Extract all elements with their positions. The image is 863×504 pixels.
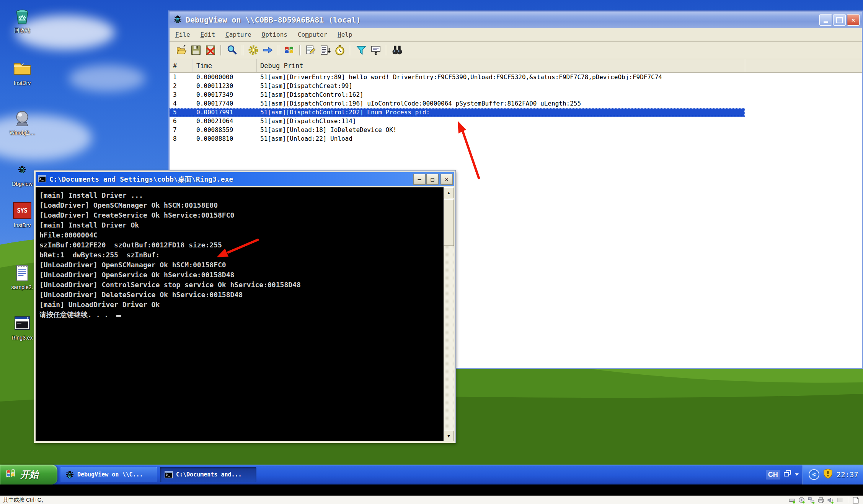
toolbar-depth-button[interactable] [369,43,383,57]
console-line: bRet:1 dwBytes:255 szInBuf: [39,250,442,260]
log-cell-num: 7 [170,126,193,133]
desktop-icon-instdrv[interactable]: InstDrv [2,58,42,86]
strip-printer-icon[interactable] [817,497,824,504]
status-strip: 其中或按 Ctrl+G, [0,496,863,504]
log-cell-time: 0.00017740 [193,100,257,107]
log-row-7[interactable]: 70.0008855951[asm][Unload:18] IoDeleteDe… [170,125,862,134]
log-row-3[interactable]: 30.0001734951[asm][DispatchControl:162] [170,90,862,99]
console-title: C:\Documents and Settings\cobb\桌面\Ring3.… [49,175,413,184]
close-button[interactable]: ✕ [440,174,453,185]
toolbar-save-clear-button[interactable] [203,43,218,57]
log-cell-text: 51[asm][Unload:22] Unload [257,135,352,142]
clock[interactable]: 22:37 [837,470,858,479]
menu-options[interactable]: Options [262,31,287,38]
scroll-up-button[interactable]: ▲ [444,187,454,198]
menu-computer[interactable]: Computer [298,31,327,38]
log-row-2[interactable]: 20.0001123051[asm][DispatchCreat:99] [170,81,862,90]
toolbar-capture-button[interactable] [246,43,261,57]
maximize-button[interactable]: □ [426,174,439,185]
log-row-5[interactable]: 50.0001799151[asm][DispatchControl:202] … [170,108,745,117]
close-icon: ✕ [851,16,855,24]
start-button[interactable]: 开始 [0,465,57,484]
toolbar-time-button[interactable] [333,43,347,57]
console-line: [UnLoadDriver] DeleteService Ok hService… [39,290,442,300]
scroll-down-button[interactable]: ▼ [444,431,454,441]
search-icon [226,44,238,56]
minimize-button[interactable] [819,14,832,26]
strip-separator [848,497,848,503]
console-scrollbar[interactable]: ▲ ▼ [444,187,454,441]
toolbar-autoscroll-button[interactable] [318,43,333,57]
debugview-titlebar[interactable]: DebugView on \\COBB-8D59A6BA81 (local) ✕ [170,11,862,28]
toolbar-save-button[interactable] [189,43,203,57]
menu-file[interactable]: File [175,31,190,38]
log-row-6[interactable]: 60.0002106451[asm][DispatchClose:114] [170,117,862,125]
scroll-track[interactable] [444,246,454,431]
console-line-text: [main] Install Driver Ok [39,221,139,229]
task-label: C:\Documents and... [176,471,242,478]
time-icon [334,44,346,56]
log-cell-text: 51[asm][DispatchControl:196] uIoControlC… [257,100,581,107]
log-row-8[interactable]: 80.0008881051[asm][Unload:22] Unload [170,134,862,143]
log-cell-num: 5 [170,109,193,116]
console-line: hFile:0000004C [39,230,442,240]
toolbar-find-button[interactable] [390,43,405,57]
menu-edit[interactable]: Edit [201,31,215,38]
menu-help[interactable]: Help [338,31,352,38]
minimize-button[interactable]: – [413,174,426,185]
strip-cd-icon[interactable] [798,497,805,504]
log-row-1[interactable]: 10.0000000051[asm][DriverEntry:89] hello… [170,73,862,81]
save-icon [190,44,202,56]
desktop-icon-winobj2[interactable]: Winobj2.... [2,108,42,136]
language-indicator[interactable]: CH [766,470,780,480]
menu-capture[interactable]: Capture [225,31,251,38]
log-cell-text: 51[asm][DispatchControl:202] Enum Proces… [257,109,430,116]
toolbar-filter-button[interactable] [354,43,369,57]
console-line-text: [UnLoadDriver] OpenSCManager Ok hSCM:001… [39,261,226,269]
toolbar-search-button[interactable] [225,43,239,57]
toolbar-passthrough-button[interactable] [261,43,275,57]
status-strip-text: 其中或按 Ctrl+G, [3,497,43,504]
toolbar-global-capture-button[interactable] [282,43,297,57]
strip-drive-icon[interactable] [789,497,796,504]
column-header-time[interactable]: Time [193,59,257,72]
console-output: [main] Install Driver ...[LoadDriver] Op… [36,187,444,441]
taskbar-task-1[interactable]: C:\Documents and... [160,467,256,482]
scroll-thumb[interactable] [444,199,454,246]
taskbar-task-0[interactable]: DebugView on \\C... [60,467,157,482]
column-header-num[interactable]: # [170,59,193,72]
comment-icon [305,44,316,56]
console-line-text: [UnLoadDriver] ControlService stop servi… [39,281,301,289]
cmd-icon [38,174,46,183]
console-line-text: hFile:0000004C [39,231,98,239]
strip-volume-icon[interactable] [827,497,834,504]
console-line-text: [LoadDriver] OpenSCManager Ok hSCM:00158… [39,201,218,209]
hide-icons-chevron[interactable]: < [809,469,819,480]
console-cursor [116,315,121,317]
column-header-debugprint[interactable]: Debug Print [257,59,745,72]
strip-notes-icon[interactable] [852,497,859,504]
toolbar-folder-open-button[interactable] [174,43,189,57]
security-shield-icon[interactable] [823,468,833,481]
log-cell-text: 51[asm][DriverEntry:89] hello word! Driv… [257,73,662,81]
close-button[interactable]: ✕ [847,14,860,26]
desktop-icon-label: 回收站 [2,27,42,33]
log-cell-time: 0.00011230 [193,82,257,89]
debugview-title: DebugView on \\COBB-8D59A6BA81 (local) [186,15,818,24]
log-table-header[interactable]: # Time Debug Print [170,59,862,73]
toolbar-separator [242,45,243,55]
log-row-4[interactable]: 40.0001774051[asm][DispatchControl:196] … [170,99,862,108]
folder-open-icon [176,44,187,56]
toolbar-comment-button[interactable] [303,43,318,57]
console-line: szInBuf:0012FE20 szOutBuf:0012FD18 size:… [39,240,442,250]
appwindow-icon [12,313,33,333]
console-titlebar[interactable]: C:\Documents and Settings\cobb\桌面\Ring3.… [36,172,454,186]
language-options-caret[interactable] [795,473,799,476]
strip-dim-icon[interactable] [837,497,843,504]
log-cell-text: 51[asm][DispatchControl:162] [257,91,364,98]
desktop-icon-[interactable]: 回收站 [2,5,42,33]
restore-windows-icon[interactable] [783,470,792,479]
maximize-button[interactable] [833,14,846,26]
log-cell-time: 0.00088559 [193,126,257,133]
strip-network-icon[interactable] [808,497,815,504]
